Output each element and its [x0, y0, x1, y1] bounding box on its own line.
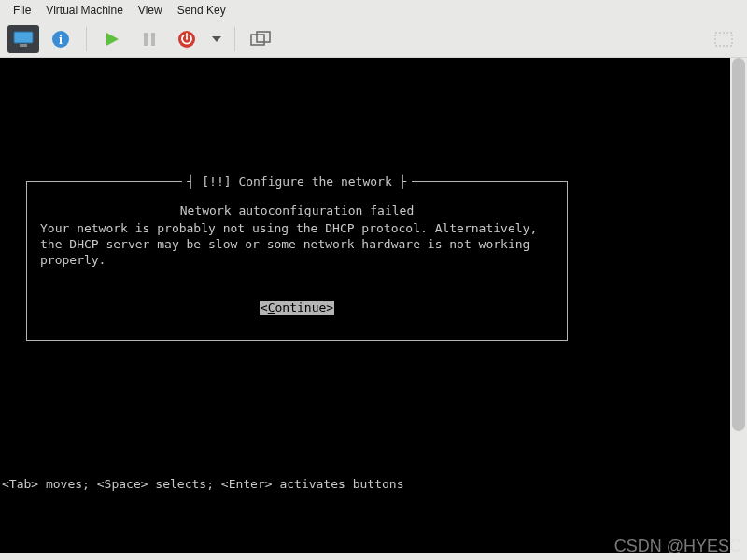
svg-rect-11 [715, 33, 732, 46]
monitor-button[interactable] [7, 25, 39, 53]
monitor-icon [13, 31, 34, 48]
dialog-heading: Network autoconfiguration failed [38, 203, 556, 218]
pause-button[interactable] [134, 25, 165, 53]
info-icon: i [51, 30, 70, 49]
terminal: ┤ [!!] Configure the network ├ Network a… [0, 58, 730, 553]
power-icon [177, 30, 196, 49]
svg-rect-1 [20, 44, 27, 47]
svg-rect-10 [257, 32, 270, 42]
navigation-hint: <Tab> moves; <Space> selects; <Enter> ac… [2, 476, 403, 492]
toolbar: i [0, 21, 747, 58]
dialog-body: Your network is probably not using the D… [38, 220, 556, 268]
play-icon [104, 31, 120, 48]
pause-icon [142, 32, 157, 47]
vm-console[interactable]: ┤ [!!] Configure the network ├ Network a… [0, 58, 730, 553]
screens-icon [250, 31, 271, 48]
info-button[interactable]: i [45, 25, 77, 53]
svg-rect-6 [151, 33, 155, 46]
vertical-scrollbar[interactable] [730, 58, 747, 553]
toolbar-separator [234, 27, 235, 51]
power-button[interactable] [171, 25, 203, 53]
svg-text:i: i [59, 33, 63, 47]
scrollbar-thumb[interactable] [732, 58, 745, 431]
chevron-down-icon [212, 36, 221, 42]
dropdown-button[interactable] [208, 25, 225, 53]
play-button[interactable] [96, 25, 128, 53]
svg-rect-9 [251, 35, 264, 45]
watermark: CSDN @HYESC [614, 537, 741, 556]
svg-rect-5 [144, 33, 148, 46]
menu-virtual-machine[interactable]: Virtual Machine [38, 4, 131, 17]
fullscreen-button[interactable] [708, 25, 740, 53]
fullscreen-icon [714, 32, 733, 47]
svg-marker-8 [212, 36, 221, 42]
screenshot-button[interactable] [245, 25, 276, 53]
dialog-title: ┤ [!!] Configure the network ├ [182, 175, 413, 189]
menu-send-key[interactable]: Send Key [170, 4, 233, 17]
toolbar-separator [86, 27, 87, 51]
svg-rect-0 [14, 32, 33, 43]
svg-marker-4 [106, 33, 119, 46]
menu-file[interactable]: File [6, 4, 38, 17]
menu-view[interactable]: View [131, 4, 170, 17]
menubar: File Virtual Machine View Send Key [0, 0, 747, 21]
continue-button[interactable]: <Continue> [260, 301, 334, 315]
network-dialog: ┤ [!!] Configure the network ├ Network a… [26, 181, 568, 341]
